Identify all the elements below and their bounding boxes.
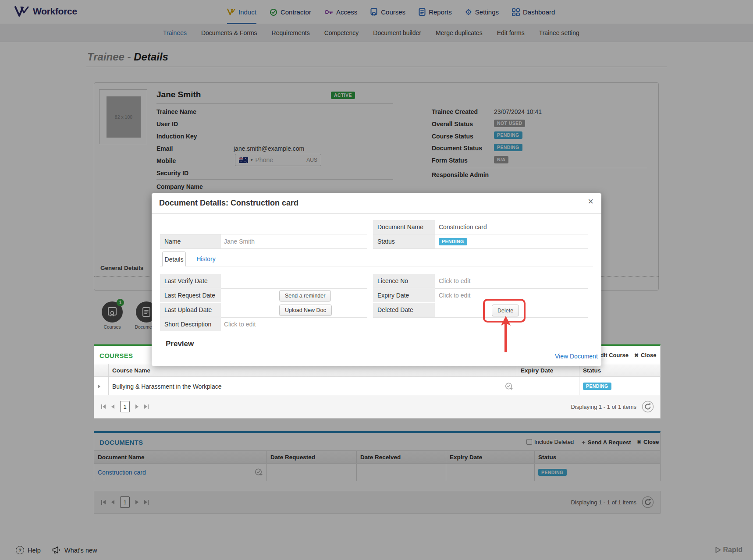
courses-pager-summary: Displaying 1 - 1 of 1 items	[571, 404, 636, 410]
preview-heading: Preview	[166, 340, 194, 348]
courses-close-label: Close	[641, 352, 656, 358]
current-page-button[interactable]: 1	[120, 401, 130, 412]
short-description-value[interactable]: Click to edit	[224, 317, 256, 331]
course-expiry-cell	[517, 377, 579, 395]
last-request-date-label: Last Request Date	[160, 288, 221, 302]
courses-pager-info: Displaying 1 - 1 of 1 items	[571, 395, 654, 418]
course-pending-badge: PENDING	[583, 383, 611, 390]
course-name-text: Bullying & Harassment in the Workplace	[112, 383, 222, 390]
modal-status-badge: PENDING	[439, 238, 467, 245]
licence-no-label: Licence No	[373, 274, 435, 288]
tab-history[interactable]: History	[194, 252, 218, 266]
deleted-date-label: Deleted Date	[373, 303, 435, 317]
courses-pager: 1 Displaying 1 - 1 of 1 items	[94, 395, 661, 418]
status-field-label: Status	[373, 234, 435, 248]
short-description-label: Short Description	[160, 317, 221, 331]
expander-cell[interactable]	[94, 377, 109, 395]
name-field-value: Jane Smith	[224, 234, 255, 248]
status-column-header: Status	[579, 364, 660, 376]
modal-close-icon[interactable]: ×	[588, 197, 593, 206]
courses-section-title: COURSES	[99, 352, 133, 359]
expiry-date-label: Expiry Date	[373, 288, 435, 302]
upload-new-doc-button[interactable]: Upload New Doc	[279, 305, 332, 316]
document-name-field-value: Construction card	[439, 220, 487, 234]
last-upload-date-label: Last Upload Date	[160, 303, 221, 317]
view-document-link[interactable]: View Document	[555, 353, 598, 360]
tab-details[interactable]: Details	[162, 252, 186, 266]
course-table-row[interactable]: Bullying & Harassment in the Workplace P…	[94, 377, 660, 395]
last-verify-date-label: Last Verify Date	[160, 274, 221, 288]
expander-column-header	[94, 364, 109, 376]
document-details-modal: Document Details: Construction card × Do…	[152, 193, 601, 366]
last-page-icon[interactable]	[144, 404, 149, 409]
refresh-icon[interactable]	[642, 401, 654, 413]
modal-title: Document Details: Construction card	[159, 198, 298, 208]
row-expander-icon[interactable]	[98, 384, 100, 389]
document-name-field-label: Document Name	[373, 220, 435, 234]
delete-button[interactable]: Delete	[492, 305, 519, 316]
close-x-icon: ✖	[634, 352, 639, 358]
expiry-date-value[interactable]: Click to edit	[439, 288, 470, 302]
course-status-cell: PENDING	[579, 377, 660, 395]
verify-check-plus-icon[interactable]	[505, 382, 513, 390]
course-name-column-header: Course Name	[109, 364, 517, 376]
expiry-date-column-header: Expiry Date	[517, 364, 579, 376]
courses-pager-controls: 1	[101, 395, 149, 418]
send-a-reminder-button[interactable]: Send a reminder	[279, 290, 331, 301]
previous-page-icon[interactable]	[111, 404, 114, 409]
delete-pointer-arrow-icon	[499, 315, 512, 353]
courses-close-button[interactable]: ✖ Close	[634, 352, 656, 358]
name-field-label: Name	[160, 234, 221, 248]
course-name-cell: Bullying & Harassment in the Workplace	[109, 377, 517, 395]
first-page-icon[interactable]	[101, 404, 106, 409]
next-page-icon[interactable]	[135, 404, 139, 409]
licence-no-value[interactable]: Click to edit	[439, 274, 470, 288]
